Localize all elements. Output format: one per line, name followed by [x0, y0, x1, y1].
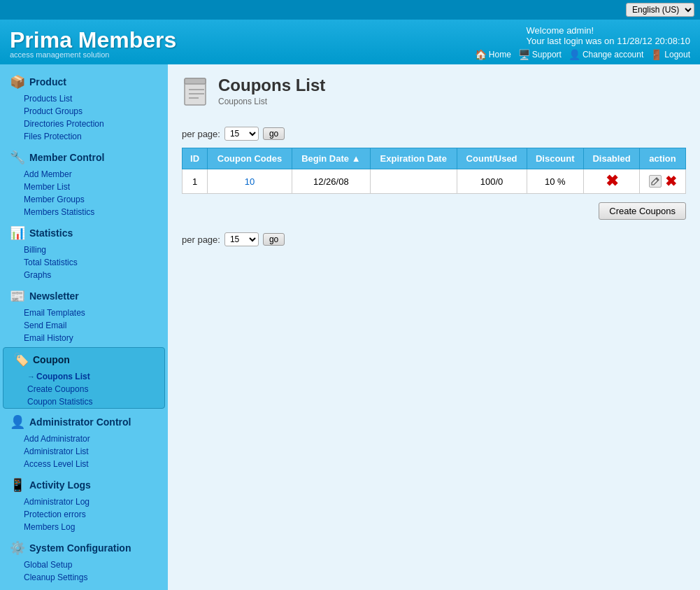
- welcome-text: Welcome admin! Your last login was on 11…: [527, 25, 690, 46]
- sidebar-newsletter-label: Newsletter: [29, 290, 79, 302]
- sidebar-item-send-email[interactable]: Send Email: [21, 319, 168, 332]
- sidebar-item-members-statistics[interactable]: Members Statistics: [21, 206, 168, 218]
- table-header: ID Coupon Codes Begin Date ▲ Expiration …: [183, 148, 686, 169]
- coupon-code-link[interactable]: 10: [245, 176, 255, 187]
- sidebar-statistics-items: Billing Total Statistics Graphs: [0, 244, 168, 281]
- sidebar-member-control-items: Add Member Member List Member Groups Mem…: [0, 168, 168, 218]
- per-page-label-top: per page:: [182, 129, 220, 139]
- member-control-icon: 🔧: [10, 150, 25, 165]
- sidebar-item-member-list[interactable]: Member List: [21, 181, 168, 193]
- table-row: 1 10 12/26/08 100/0 10 % ✖: [183, 169, 686, 194]
- sidebar-product-header[interactable]: 📦 Product: [0, 70, 168, 92]
- header-top: English (US): [0, 0, 700, 20]
- sidebar-admin-control-items: Add Administrator Administrator List Acc…: [0, 433, 168, 470]
- activity-logs-icon: 📱: [10, 477, 25, 493]
- logout-icon: 🚪: [650, 49, 662, 60]
- coupons-table: ID Coupon Codes Begin Date ▲ Expiration …: [182, 148, 686, 194]
- account-icon: 👤: [569, 49, 580, 60]
- nav-links: 🏠 Home 🖥️ Support 👤 Change account 🚪 Log…: [475, 49, 690, 60]
- sidebar-item-products-list[interactable]: Products List: [21, 92, 168, 105]
- sidebar-item-administrator-log[interactable]: Administrator Log: [21, 496, 168, 508]
- per-page-select-top[interactable]: 15 25 50 100: [224, 127, 259, 141]
- per-page-select-bottom[interactable]: 15 25 50 100: [224, 232, 259, 246]
- change-account-link[interactable]: 👤 Change account: [569, 49, 643, 60]
- sidebar-item-total-statistics[interactable]: Total Statistics: [21, 256, 168, 269]
- table-header-row: ID Coupon Codes Begin Date ▲ Expiration …: [183, 148, 686, 169]
- support-icon: 🖥️: [518, 49, 530, 60]
- logout-link[interactable]: 🚪 Logout: [650, 49, 690, 60]
- sidebar-section-admin-control: 👤 Administrator Control Add Administrato…: [0, 410, 168, 470]
- sidebar-product-items: Products List Product Groups Directories…: [0, 92, 168, 143]
- header-right: Welcome admin! Your last login was on 11…: [475, 25, 690, 60]
- sidebar-item-directories-protection[interactable]: Directories Protection: [21, 118, 168, 130]
- go-button-top[interactable]: go: [263, 127, 285, 140]
- sidebar-item-cleanup-settings[interactable]: Cleanup Settings: [21, 571, 168, 584]
- sidebar-section-system-config: ⚙️ System Configuration Global Setup Cle…: [0, 536, 168, 584]
- sidebar-item-create-coupons[interactable]: Create Coupons: [24, 383, 164, 395]
- sidebar-newsletter-items: Email Templates Send Email Email History: [0, 307, 168, 344]
- sidebar-item-global-setup[interactable]: Global Setup: [21, 559, 168, 571]
- col-coupon-codes: Coupon Codes: [208, 148, 292, 169]
- sidebar-activity-logs-header[interactable]: 📱 Activity Logs: [0, 473, 168, 496]
- per-page-bar-bottom: per page: 15 25 50 100 go: [182, 227, 686, 246]
- system-config-icon: ⚙️: [10, 540, 25, 556]
- support-link[interactable]: 🖥️ Support: [518, 49, 562, 60]
- cell-expiration-date: [370, 169, 457, 194]
- sidebar-coupon-header[interactable]: 🏷️ Coupon: [3, 348, 164, 370]
- language-selector[interactable]: English (US): [626, 3, 694, 17]
- home-link[interactable]: 🏠 Home: [475, 49, 511, 60]
- sidebar-item-protection-errors[interactable]: Protection errors: [21, 508, 168, 521]
- cell-discount: 10 %: [527, 169, 583, 194]
- sidebar-member-control-header[interactable]: 🔧 Member Control: [0, 146, 168, 168]
- sidebar-section-statistics: 📊 Statistics Billing Total Statistics Gr…: [0, 221, 168, 281]
- main-content: Coupons List Coupons List per page: 15 2…: [168, 64, 700, 590]
- sidebar-coupon-label: Coupon: [33, 354, 70, 365]
- cell-disabled: ✖: [584, 169, 640, 194]
- sidebar-item-administrator-list[interactable]: Administrator List: [21, 445, 168, 458]
- sidebar-item-email-templates[interactable]: Email Templates: [21, 307, 168, 319]
- col-disabled: Disabled: [584, 148, 640, 169]
- sidebar-item-files-protection[interactable]: Files Protection: [21, 130, 168, 143]
- delete-button[interactable]: ✖: [665, 174, 677, 188]
- logo-title: Prima Members: [10, 27, 176, 53]
- sidebar-item-graphs[interactable]: Graphs: [21, 269, 168, 281]
- sidebar-item-add-administrator[interactable]: Add Administrator: [21, 433, 168, 445]
- col-count-used: Count/Used: [457, 148, 527, 169]
- go-button-bottom[interactable]: go: [263, 233, 285, 246]
- header-main: Prima Members access management solution…: [0, 20, 700, 64]
- per-page-bar-top: per page: 15 25 50 100 go: [182, 127, 686, 141]
- sidebar-item-member-groups[interactable]: Member Groups: [21, 193, 168, 206]
- page-header-icon: [182, 77, 210, 114]
- disabled-x-icon: ✖: [606, 172, 618, 190]
- header: English (US) Prima Members access manage…: [0, 0, 700, 64]
- sidebar-system-config-header[interactable]: ⚙️ System Configuration: [0, 536, 168, 559]
- sidebar: 📦 Product Products List Product Groups D…: [0, 64, 168, 590]
- sidebar-section-product: 📦 Product Products List Product Groups D…: [0, 70, 168, 143]
- sidebar-item-add-member[interactable]: Add Member: [21, 168, 168, 181]
- sidebar-statistics-header[interactable]: 📊 Statistics: [0, 221, 168, 244]
- table-body: 1 10 12/26/08 100/0 10 % ✖: [183, 169, 686, 194]
- col-id: ID: [183, 148, 208, 169]
- sidebar-member-control-label: Member Control: [29, 152, 104, 163]
- sidebar-item-members-log[interactable]: Members Log: [21, 521, 168, 533]
- create-coupons-button[interactable]: Create Coupons: [599, 202, 686, 220]
- sidebar-item-billing[interactable]: Billing: [21, 244, 168, 256]
- sidebar-newsletter-header[interactable]: 📰 Newsletter: [0, 284, 168, 307]
- page-header: Coupons List Coupons List: [182, 76, 686, 114]
- sidebar-item-access-level-list[interactable]: Access Level List: [21, 458, 168, 470]
- page-title-area: Coupons List Coupons List: [218, 76, 325, 106]
- sidebar-item-coupon-statistics[interactable]: Coupon Statistics: [24, 395, 164, 408]
- sidebar-coupon-items: →Coupons List Create Coupons Coupon Stat…: [3, 370, 164, 408]
- sidebar-admin-control-header[interactable]: 👤 Administrator Control: [0, 410, 168, 433]
- edit-icon: [649, 175, 662, 188]
- col-discount: Discount: [527, 148, 583, 169]
- sidebar-item-email-history[interactable]: Email History: [21, 332, 168, 344]
- sidebar-item-coupons-list[interactable]: →Coupons List: [24, 370, 164, 383]
- col-begin-date: Begin Date ▲: [292, 148, 370, 169]
- sidebar-item-product-groups[interactable]: Product Groups: [21, 105, 168, 118]
- edit-button[interactable]: [648, 174, 662, 188]
- sidebar-product-label: Product: [29, 76, 66, 87]
- cell-coupon-codes: 10: [208, 169, 292, 194]
- sidebar-admin-control-label: Administrator Control: [29, 416, 131, 428]
- page-title: Coupons List: [218, 76, 325, 95]
